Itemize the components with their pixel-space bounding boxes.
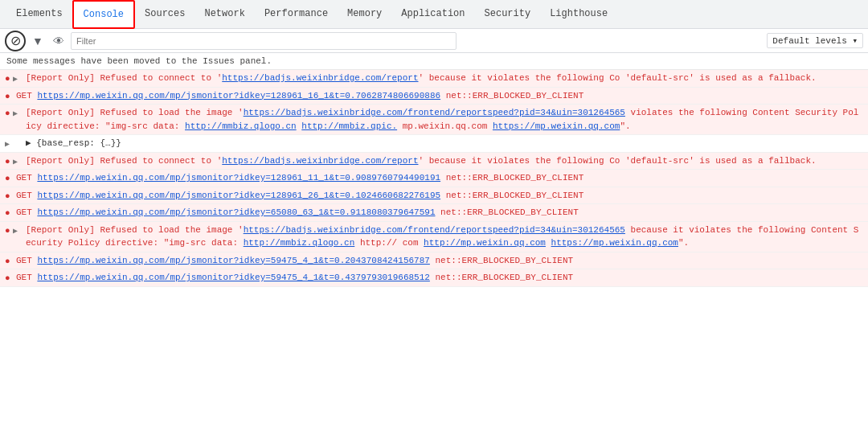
tab-console[interactable]: Console: [72, 0, 135, 29]
console-link[interactable]: https://mp.weixin.qq.com/mp/jsmonitor?id…: [37, 191, 440, 200]
filter-input[interactable]: [71, 32, 457, 50]
eye-button[interactable]: 👁: [50, 32, 68, 50]
tab-security[interactable]: Security: [475, 0, 541, 29]
console-row: ●GET https://mp.weixin.qq.com/mp/jsmonit…: [0, 88, 868, 105]
clear-console-button[interactable]: ⊘: [5, 31, 26, 51]
error-icon: ●: [5, 255, 10, 269]
console-row: ●▶[Report Only] Refused to load the imag…: [0, 222, 868, 253]
console-row-text: GET https://mp.weixin.qq.com/mp/jsmonito…: [16, 254, 863, 268]
console-row: ●GET https://mp.weixin.qq.com/mp/jsmonit…: [0, 187, 868, 205]
console-row: ●▶[Report Only] Refused to load the imag…: [0, 105, 868, 135]
console-row: ●▶[Report Only] Refused to connect to 'h…: [0, 70, 868, 88]
console-row: ▶▶ {base_resp: {…}}: [0, 135, 868, 153]
expand-triangle-icon[interactable]: ▶: [5, 138, 10, 150]
console-row: ●GET https://mp.weixin.qq.com/mp/jsmonit…: [0, 170, 868, 187]
console-row-text: [Report Only] Refused to load the image …: [16, 224, 863, 250]
console-link[interactable]: https://mp.weixin.qq.com/mp/jsmonitor?id…: [37, 273, 429, 282]
context-dropdown-button[interactable]: ▼: [29, 32, 47, 50]
console-link[interactable]: https://mp.weixin.qq.com: [493, 121, 620, 131]
error-icon: ●: [5, 107, 10, 121]
console-row-text: [Report Only] Refused to connect to 'htt…: [16, 72, 863, 85]
error-icon: ●: [5, 272, 10, 285]
tab-application[interactable]: Application: [391, 0, 474, 29]
console-row-text: GET https://mp.weixin.qq.com/mp/jsmonito…: [16, 271, 863, 285]
console-row-text: [Report Only] Refused to load the image …: [16, 106, 863, 133]
tab-elements[interactable]: Elements: [6, 0, 72, 29]
console-link[interactable]: http://mmbiz.qlogo.cn: [185, 121, 297, 131]
chevron-down-icon: ▼: [32, 35, 43, 47]
console-link[interactable]: https://mp.weixin.qq.com/mp/jsmonitor?id…: [37, 91, 440, 101]
toolbar: ⊘ ▼ 👁 Default levels ▾: [0, 29, 868, 53]
console-link[interactable]: https://mp.weixin.qq.com/mp/jsmonitor?id…: [37, 173, 440, 183]
console-row-text: ▶ {base_resp: {…}}: [16, 137, 863, 150]
console-content: ●▶[Report Only] Refused to connect to 'h…: [0, 70, 868, 410]
tab-memory[interactable]: Memory: [338, 0, 391, 29]
console-row: ●GET https://mp.weixin.qq.com/mp/jsmonit…: [0, 204, 868, 222]
tab-bar: Elements Console Sources Network Perform…: [0, 0, 868, 29]
console-row: ●▶[Report Only] Refused to connect to 'h…: [0, 153, 868, 170]
console-link[interactable]: http://mmbiz.qpic.: [301, 121, 397, 131]
console-row-text: GET https://mp.weixin.qq.com/mp/jsmonito…: [16, 171, 863, 185]
console-link[interactable]: https://badjs.weixinbridge.com/frontend/…: [244, 225, 625, 235]
console-link[interactable]: https://mp.weixin.qq.com: [551, 238, 678, 248]
error-icon: ●: [5, 172, 10, 186]
expand-triangle-icon[interactable]: ▶: [13, 73, 18, 85]
console-link[interactable]: https://badjs.weixinbridge.com/report: [222, 73, 418, 83]
default-levels-label: Default levels ▾: [772, 35, 858, 46]
error-icon: ●: [5, 190, 10, 203]
console-row-text: GET https://mp.weixin.qq.com/mp/jsmonito…: [16, 89, 863, 103]
console-link[interactable]: https://badjs.weixinbridge.com/report: [222, 156, 418, 166]
error-icon: ●: [5, 207, 10, 220]
tab-sources[interactable]: Sources: [135, 0, 194, 29]
expand-triangle-icon[interactable]: ▶: [13, 108, 18, 120]
default-levels-dropdown[interactable]: Default levels ▾: [767, 33, 863, 48]
issues-notice: Some messages have been moved to the Iss…: [0, 53, 868, 70]
expand-triangle-icon[interactable]: ▶: [13, 225, 18, 237]
console-link[interactable]: http://mmbiz.qlogo.cn: [244, 238, 355, 248]
expand-triangle-icon[interactable]: ▶: [13, 156, 18, 168]
console-link[interactable]: https://badjs.weixinbridge.com/frontend/…: [244, 108, 625, 117]
error-icon: ●: [5, 72, 10, 86]
console-link[interactable]: https://mp.weixin.qq.com/mp/jsmonitor?id…: [37, 256, 429, 265]
tab-lighthouse[interactable]: Lighthouse: [540, 0, 617, 29]
block-icon: ⊘: [10, 33, 21, 48]
tab-performance[interactable]: Performance: [255, 0, 338, 29]
error-icon: ●: [5, 224, 10, 238]
console-row-text: GET https://mp.weixin.qq.com/mp/jsmonito…: [16, 189, 863, 203]
console-row: ●GET https://mp.weixin.qq.com/mp/jsmonit…: [0, 269, 868, 287]
console-row: ●GET https://mp.weixin.qq.com/mp/jsmonit…: [0, 253, 868, 270]
console-link[interactable]: http://mp.weixin.qq.com: [424, 238, 546, 248]
tab-network[interactable]: Network: [194, 0, 254, 29]
eye-icon: 👁: [53, 35, 64, 47]
console-row-text: [Report Only] Refused to connect to 'htt…: [16, 154, 863, 168]
error-icon: ●: [5, 90, 10, 104]
console-row-text: GET https://mp.weixin.qq.com/mp/jsmonito…: [16, 206, 863, 220]
error-icon: ●: [5, 155, 10, 169]
issues-notice-text: Some messages have been moved to the Iss…: [6, 56, 272, 66]
console-link[interactable]: https://mp.weixin.qq.com/mp/jsmonitor?id…: [37, 207, 435, 217]
